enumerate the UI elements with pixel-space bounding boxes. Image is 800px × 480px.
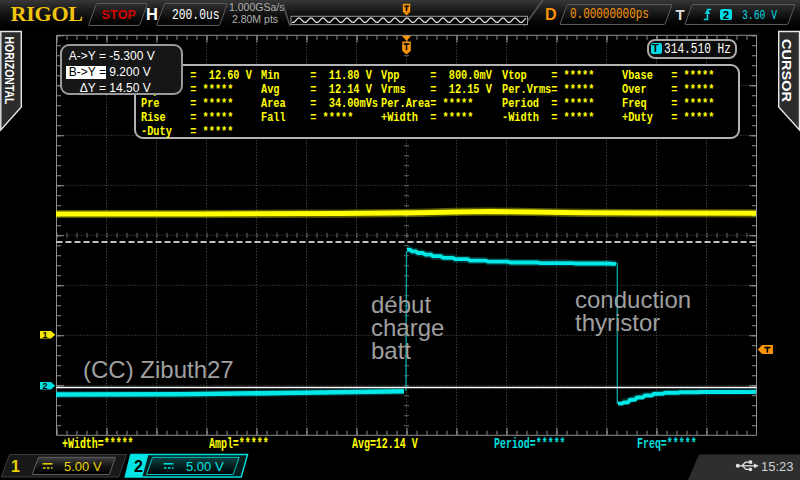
svg-text:HORIZONTAL: HORIZONTAL xyxy=(2,37,16,105)
svg-text:5.00 V: 5.00 V xyxy=(186,459,224,474)
svg-text:1: 1 xyxy=(11,458,20,475)
svg-text:CURSOR: CURSOR xyxy=(779,39,793,102)
svg-text:5.00 V: 5.00 V xyxy=(64,459,102,474)
svg-text:2: 2 xyxy=(134,458,143,475)
svg-text:2: 2 xyxy=(42,381,47,391)
svg-text:1: 1 xyxy=(42,330,47,340)
svg-text:15:23: 15:23 xyxy=(761,459,794,474)
